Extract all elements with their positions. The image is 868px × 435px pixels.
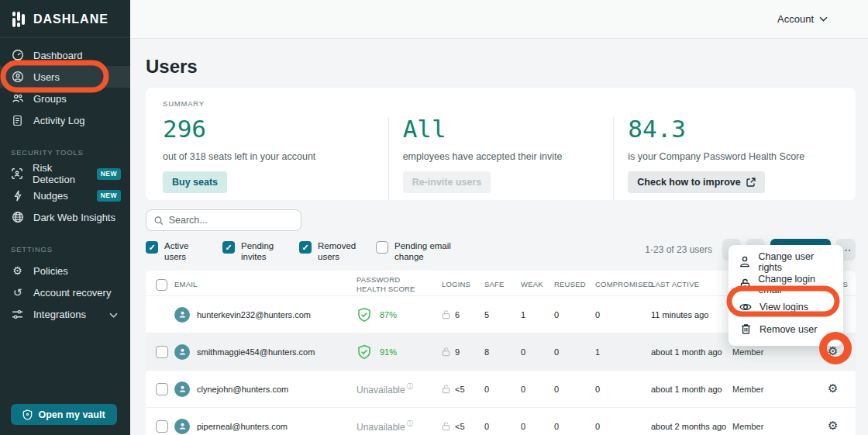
sidebar-item-integrations[interactable]: Integrations	[0, 303, 130, 325]
filter-label: Active users	[164, 240, 205, 264]
filter-label: Removed users	[318, 240, 358, 264]
checkbox-unchecked-icon[interactable]	[376, 241, 388, 254]
trash-icon	[739, 323, 752, 335]
chevron-down-icon[interactable]	[109, 309, 118, 320]
user-rights: Member	[732, 422, 806, 431]
sidebar-item-dark-web-insights[interactable]: Dark Web Insights	[0, 206, 130, 228]
logins-count: <5	[455, 385, 465, 394]
table-row: piperneal@hunters.com Unavailableⓘ <5 0 …	[146, 407, 856, 435]
dark-web-insights-icon	[11, 211, 24, 224]
sidebar-item-users[interactable]: Users	[0, 66, 130, 88]
filter-active-users[interactable]: ✓ Active users	[146, 240, 205, 264]
eye-icon	[739, 302, 752, 312]
avatar	[174, 419, 190, 434]
checkbox-checked-icon[interactable]: ✓	[146, 241, 158, 254]
menu-item-change-user-rights[interactable]: Change user rights	[728, 250, 843, 273]
account-menu-button[interactable]: Account	[777, 13, 828, 25]
safe-count: 8	[484, 347, 521, 357]
search-input[interactable]	[169, 215, 293, 226]
reused-count: 0	[554, 310, 595, 319]
sidebar-item-label: Users	[33, 71, 60, 83]
filter-removed-users[interactable]: ✓ Removed users	[299, 240, 358, 264]
sidebar-item-nudges[interactable]: Nudges NEW	[0, 185, 130, 206]
weak-count: 0	[521, 385, 554, 394]
dashlane-logo-icon	[10, 11, 27, 28]
sidebar-item-label: Integrations	[33, 309, 86, 320]
buy-seats-button[interactable]: Buy seats	[163, 171, 227, 193]
check-how-to-improve-button[interactable]: Check how to improve	[628, 171, 764, 193]
new-badge: NEW	[97, 168, 121, 180]
compromised-count: 1	[595, 347, 651, 357]
menu-item-label: View logins	[760, 302, 808, 312]
user-rights: Member	[732, 385, 806, 394]
score-unavailable: Unavailableⓘ	[356, 382, 413, 395]
person-icon	[739, 256, 750, 268]
row-gear-button[interactable]: ⚙	[806, 383, 838, 395]
reinvite-users-button[interactable]: Re-invite users	[403, 171, 491, 193]
header-logins: LOGINS	[442, 280, 484, 289]
select-all-checkbox[interactable]	[156, 279, 167, 291]
compromised-count: 0	[595, 385, 651, 394]
sidebar-item-dashboard[interactable]: Dashboard	[0, 44, 130, 66]
summary-health-score: 84.3 is your Company Password Health Sco…	[613, 117, 839, 200]
logins-count: 9	[455, 347, 460, 357]
header-weak: WEAK	[521, 280, 554, 289]
header-password-health-score: PASSWORD HEALTH SCORE	[356, 275, 428, 294]
row-gear-button[interactable]: ⚙	[806, 346, 838, 357]
vault-shield-icon	[22, 409, 33, 420]
table-row: clynejohn@hunters.com Unavailableⓘ <5 0 …	[146, 370, 856, 407]
open-my-vault-button[interactable]: Open my vault	[11, 404, 117, 425]
dashlane-admin-console: DASHLANE Dashboard Users	[0, 0, 868, 435]
row-checkbox[interactable]	[156, 346, 168, 358]
filter-label: Pending email change	[394, 240, 463, 264]
lock-icon	[442, 384, 450, 394]
header-reused: REUSED	[554, 280, 595, 289]
menu-item-view-logins[interactable]: View logins	[728, 295, 843, 318]
avatar	[174, 307, 190, 323]
sidebar-item-policies[interactable]: ⚙ Policies	[0, 260, 130, 281]
sidebar-item-risk-detection[interactable]: Risk Detection NEW	[0, 163, 130, 185]
new-badge: NEW	[97, 190, 121, 202]
invites-accepted-description: employees have accepted their invite	[403, 151, 614, 162]
user-email: piperneal@hunters.com	[197, 422, 288, 431]
invites-accepted-value: All	[403, 117, 614, 141]
checkbox-checked-icon[interactable]: ✓	[299, 241, 312, 254]
user-email: smithmaggie454@hunters.com	[197, 347, 315, 357]
info-icon: ⓘ	[407, 383, 413, 390]
user-rights: Member	[732, 347, 806, 357]
logins-count: 6	[455, 310, 460, 319]
logins-count: <5	[455, 422, 465, 431]
sidebar-item-label: Dashboard	[33, 50, 83, 61]
sidebar-item-label: Dark Web Insights	[33, 212, 115, 223]
sidebar-item-activity-log[interactable]: Activity Log	[0, 109, 130, 131]
topbar: Account	[130, 0, 868, 39]
row-gear-button[interactable]: ⚙	[806, 420, 838, 432]
sidebar-item-label: Policies	[33, 265, 68, 277]
account-recovery-icon: ↺	[11, 286, 24, 299]
menu-item-label: Change user rights	[758, 251, 832, 273]
score-value: 91%	[380, 347, 397, 357]
menu-item-remove-user[interactable]: Remove user	[728, 318, 843, 340]
header-safe: SAFE	[484, 280, 521, 289]
compromised-count: 0	[595, 422, 651, 431]
sidebar-item-account-recovery[interactable]: ↺ Account recovery	[0, 281, 130, 303]
filter-pending-invites[interactable]: ✓ Pending invites	[222, 240, 281, 264]
reused-count: 0	[554, 347, 595, 357]
filter-label: Pending invites	[241, 240, 281, 264]
sidebar-item-groups[interactable]: Groups	[0, 88, 130, 109]
menu-item-change-login-email[interactable]: Change login email	[728, 273, 843, 295]
checkbox-checked-icon[interactable]: ✓	[222, 241, 235, 254]
policies-gear-icon: ⚙	[11, 264, 24, 278]
security-tools-section-label: SECURITY TOOLS	[0, 148, 130, 157]
chevron-down-icon	[819, 16, 828, 22]
shield-check-icon	[356, 344, 372, 360]
last-active: about 1 month ago	[651, 385, 732, 394]
filter-pending-email-change[interactable]: Pending email change	[376, 240, 463, 264]
check-how-to-improve-label: Check how to improve	[637, 177, 740, 188]
health-score-value: 84.3	[628, 117, 839, 141]
search-box	[146, 209, 301, 231]
row-checkbox[interactable]	[156, 420, 168, 433]
search-icon	[154, 216, 164, 226]
row-checkbox[interactable]	[156, 383, 168, 395]
seats-left-description: out of 318 seats left in your account	[163, 151, 388, 162]
